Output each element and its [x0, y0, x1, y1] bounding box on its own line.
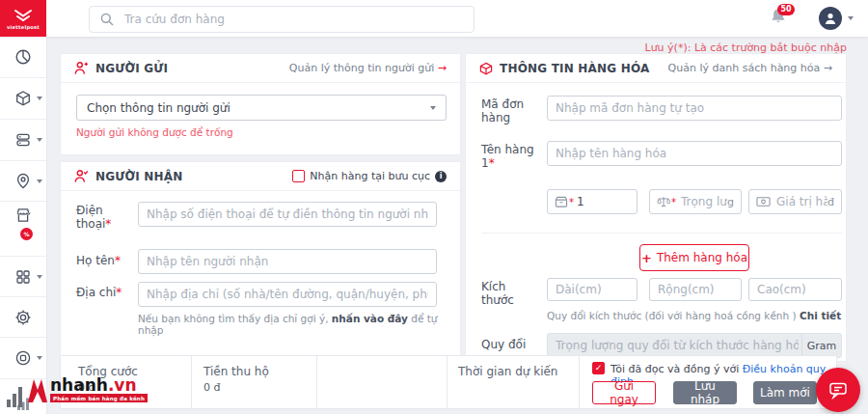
apps-grid-icon: [14, 268, 32, 286]
eta-label: Thời gian dự kiến: [458, 365, 557, 378]
value-input-box: đ: [748, 189, 842, 214]
search-icon: [99, 12, 115, 31]
weight-input-box: * g: [649, 189, 742, 214]
watermark-tagline: Phần mềm bán hàng đa kênh: [50, 394, 148, 402]
watermark-bars-icon: [6, 382, 25, 409]
phone-input[interactable]: [139, 203, 436, 226]
order-search-input[interactable]: [122, 7, 464, 32]
agree-terms-checkbox[interactable]: ✓: [592, 362, 605, 374]
receiver-card: NGƯỜI NHẬN Nhận hàng tại bưu cục i Điện …: [60, 161, 461, 360]
size-label: Kích thước: [481, 280, 535, 307]
manual-address-link[interactable]: nhấn vào đây: [332, 313, 408, 324]
sender-card-header: NGƯỜI GỬI Quản lý thông tin người gửi →: [61, 54, 460, 83]
add-item-button[interactable]: + Thêm hàng hóa: [639, 244, 749, 271]
sidebar-item-dashboard[interactable]: [0, 37, 46, 78]
pickup-at-post-checkbox[interactable]: [292, 170, 305, 182]
chevron-down-icon: [37, 356, 42, 360]
fullname-input[interactable]: [139, 250, 436, 273]
length-input-box: [547, 278, 637, 301]
sidebar-item-shipments[interactable]: [0, 78, 46, 120]
sidebar-item-store[interactable]: %: [0, 202, 46, 257]
phone-label: Điện thoại*: [76, 204, 132, 231]
logo-bird-icon: [11, 8, 36, 23]
order-code-input-box: [547, 96, 842, 121]
fullname-label: Họ tên*: [76, 254, 132, 267]
required-fields-note: Lưu ý(*): Là các trường bắt buộc nhập: [645, 41, 847, 54]
receiver-title: NGƯỜI NHẬN: [95, 170, 182, 183]
goods-title: THÔNG TIN HÀNG HÓA: [500, 62, 650, 75]
height-input[interactable]: [749, 279, 841, 300]
top-header: 50: [0, 0, 868, 37]
avatar-caret-icon[interactable]: [848, 16, 854, 20]
sender-card: NGƯỜI GỬI Quản lý thông tin người gửi → …: [60, 53, 461, 155]
size-convert-note: Quy đổi kích thước (đối với hàng hoá cồn…: [547, 310, 841, 321]
viettelpost-logo[interactable]: viettelpost: [0, 0, 46, 37]
order-code-input[interactable]: [548, 97, 841, 120]
sidebar-item-utilities[interactable]: [0, 338, 46, 379]
manage-goods-link[interactable]: Quản lý danh sách hàng hóa →: [668, 62, 832, 74]
item-name-input-box: [547, 141, 842, 166]
pickup-at-post-label: Nhận hàng tại bưu cục: [310, 170, 430, 182]
info-icon[interactable]: i: [435, 171, 447, 182]
chat-support-button[interactable]: [816, 368, 860, 412]
cod-label: Tiền thu hộ: [203, 365, 269, 378]
nhanh-watermark: nhanh.vn Phần mềm bán hàng đa kênh: [6, 376, 148, 409]
quantity-input-box: *: [547, 189, 637, 214]
chevron-down-icon: [37, 275, 42, 279]
fullname-input-box: [138, 249, 437, 274]
sale-badge-icon: %: [20, 228, 33, 240]
width-input-box: [649, 278, 742, 301]
address-label: Địa chỉ*: [76, 286, 132, 299]
size-detail-link[interactable]: Chi tiết: [800, 310, 841, 321]
order-list-icon: [14, 131, 32, 149]
chevron-down-icon: [37, 179, 42, 183]
divider: [579, 356, 580, 408]
goods-card: THÔNG TIN HÀNG HÓA Quản lý danh sách hàn…: [465, 53, 847, 362]
notification-badge: 50: [777, 4, 795, 15]
chevron-down-icon: [430, 106, 436, 110]
goods-package-icon: [479, 62, 493, 75]
sidebar-item-apps[interactable]: [0, 257, 46, 297]
receiver-person-icon: [74, 169, 89, 183]
weight-unit: g: [727, 196, 734, 208]
address-help: Nếu bạn không tìm thấy địa chỉ gợi ý, nh…: [138, 313, 460, 336]
divider: [191, 356, 192, 408]
send-now-button[interactable]: Gửi ngay: [592, 381, 656, 404]
order-search-box[interactable]: [89, 6, 475, 33]
refresh-button[interactable]: Làm mới: [753, 381, 817, 404]
address-input-box: [138, 282, 437, 307]
length-input[interactable]: [548, 279, 637, 300]
sender-select[interactable]: Chọn thông tin người gửi: [76, 95, 447, 121]
item-name-label: Tên hàng 1*: [481, 143, 535, 170]
cod-value: 0 đ: [203, 381, 220, 394]
arrow-right-icon: →: [438, 62, 447, 74]
address-input[interactable]: [139, 283, 436, 306]
phone-input-box: [138, 202, 437, 227]
watermark-brand: nhanh: [50, 375, 108, 395]
sidebar-item-settings[interactable]: [0, 297, 46, 338]
plus-icon: +: [641, 251, 652, 265]
width-input[interactable]: [650, 279, 741, 300]
divider: [316, 356, 317, 408]
divider: [447, 356, 448, 408]
sidebar-item-orders[interactable]: [0, 120, 46, 161]
summary-footer: Tổng cước 0 đ Tiền thu hộ 0 đ Thời gian …: [60, 355, 837, 409]
arrow-right-icon: →: [824, 62, 832, 74]
quantity-input[interactable]: [548, 190, 637, 213]
chevron-down-icon: [37, 138, 42, 142]
receiver-card-header: NGƯỜI NHẬN Nhận hàng tại bưu cục i: [61, 162, 460, 191]
sender-select-value: Chọn thông tin người gửi: [87, 101, 231, 115]
item-name-input[interactable]: [548, 142, 841, 165]
height-input-box: [748, 278, 842, 301]
sender-error: Người gửi không được để trống: [76, 126, 233, 138]
manage-senders-link[interactable]: Quản lý thông tin người gửi →: [289, 62, 447, 74]
package-icon: [14, 90, 32, 107]
save-draft-button[interactable]: Lưu nháp: [673, 381, 737, 404]
sidebar: %: [0, 37, 47, 414]
sidebar-item-locations[interactable]: [0, 161, 46, 202]
converted-weight-input: [548, 334, 841, 357]
divider: [481, 233, 842, 234]
store-icon: [14, 207, 32, 224]
converted-weight-unit: Gram: [801, 334, 841, 357]
user-avatar[interactable]: [819, 7, 842, 30]
